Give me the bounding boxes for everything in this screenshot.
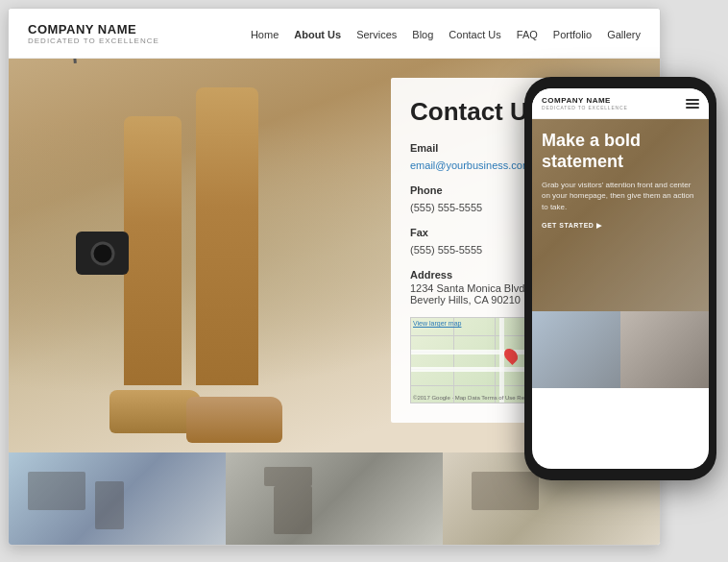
nav-item-gallery[interactable]: Gallery bbox=[607, 25, 641, 42]
thumbnail-1[interactable] bbox=[9, 452, 226, 546]
brand: COMPANY NAME DEDICATED TO EXCELLENCE bbox=[28, 22, 159, 45]
nav-item-blog[interactable]: Blog bbox=[412, 25, 433, 42]
phone-hero-title: Make a bold statement bbox=[542, 131, 699, 172]
camera-strap bbox=[68, 59, 77, 63]
nav-item-home[interactable]: Home bbox=[251, 25, 279, 42]
map-grid bbox=[453, 318, 454, 403]
leg-left bbox=[124, 116, 182, 385]
map-view-larger[interactable]: View larger map bbox=[413, 320, 461, 327]
hamburger-line bbox=[686, 99, 699, 101]
hamburger-line bbox=[686, 107, 699, 109]
thumb-shape bbox=[274, 486, 312, 534]
camera-lens bbox=[90, 241, 114, 265]
phone-navbar: COMPANY NAME DEDICATED TO EXCELLENCE bbox=[532, 88, 709, 119]
brand-name: COMPANY NAME bbox=[28, 22, 159, 37]
phone-brand: COMPANY NAME DEDICATED TO EXCELLENCE bbox=[542, 96, 628, 110]
nav-links: Home About Us Services Blog Contact Us F… bbox=[251, 25, 641, 42]
person-image bbox=[47, 59, 354, 452]
thumbnail-2[interactable] bbox=[226, 452, 443, 546]
phone-hero-body: Grab your visitors' attention front and … bbox=[542, 180, 699, 212]
map-pin-icon bbox=[501, 346, 521, 365]
phone-brand-tagline: DEDICATED TO EXCELLENCE bbox=[542, 105, 628, 110]
nav-item-portfolio[interactable]: Portfolio bbox=[553, 25, 592, 42]
phone-thumbnail-strip bbox=[532, 311, 709, 388]
phone-screen: COMPANY NAME DEDICATED TO EXCELLENCE Mak… bbox=[532, 88, 709, 469]
phone-thumbnail-1[interactable] bbox=[532, 311, 620, 388]
phone-cta-button[interactable]: GET STARTED ▶ bbox=[542, 222, 699, 230]
nav-item-about[interactable]: About Us bbox=[294, 25, 341, 42]
navbar: COMPANY NAME DEDICATED TO EXCELLENCE Hom… bbox=[9, 9, 660, 59]
hamburger-menu-button[interactable] bbox=[686, 99, 699, 109]
phone-mockup: COMPANY NAME DEDICATED TO EXCELLENCE Mak… bbox=[524, 77, 716, 480]
phone-value: (555) 555-5555 bbox=[410, 202, 482, 213]
phone-hero-section: Make a bold statement Grab your visitors… bbox=[532, 119, 709, 311]
thumb-shape bbox=[28, 472, 85, 510]
thumb-shape bbox=[472, 472, 539, 510]
fax-value: (555) 555-5555 bbox=[410, 244, 482, 256]
nav-item-contact[interactable]: Contact Us bbox=[449, 25, 500, 42]
camera bbox=[76, 232, 129, 275]
hamburger-line bbox=[686, 103, 699, 105]
shoe-right bbox=[186, 397, 282, 443]
phone-hero-content: Make a bold statement Grab your visitors… bbox=[542, 131, 699, 230]
email-value[interactable]: email@yourbusiness.com bbox=[410, 159, 531, 171]
thumb-shape bbox=[264, 467, 312, 486]
leg-right bbox=[196, 87, 258, 385]
nav-item-services[interactable]: Services bbox=[356, 25, 397, 42]
phone-thumbnail-2[interactable] bbox=[620, 311, 709, 388]
nav-item-faq[interactable]: FAQ bbox=[517, 25, 538, 42]
phone-brand-name: COMPANY NAME bbox=[542, 96, 628, 105]
brand-tagline: DEDICATED TO EXCELLENCE bbox=[28, 37, 159, 45]
map-road bbox=[499, 318, 504, 403]
thumb-shape bbox=[95, 481, 124, 529]
map-grid bbox=[495, 318, 496, 403]
